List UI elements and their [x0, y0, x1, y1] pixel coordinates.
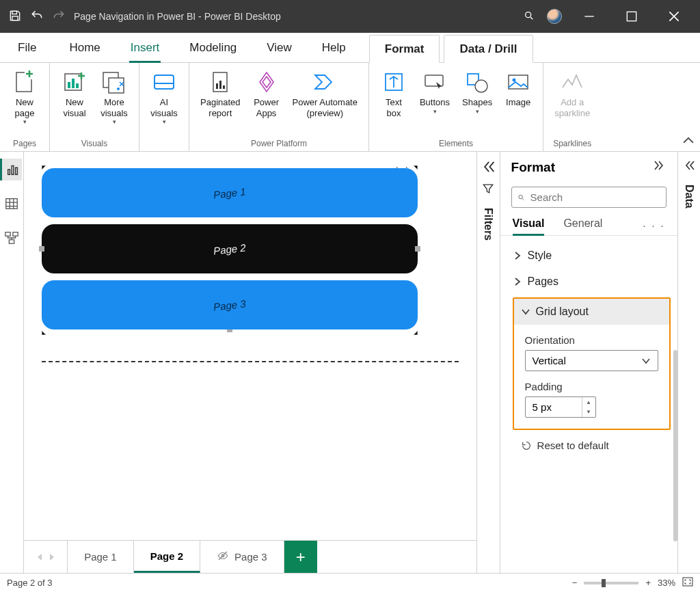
svg-rect-24	[8, 170, 10, 174]
add-page-button[interactable]: +	[284, 541, 317, 573]
svg-rect-7	[68, 82, 70, 88]
text-box-icon	[380, 68, 407, 96]
tab-help[interactable]: Help	[307, 33, 361, 62]
more-visuals-button[interactable]: More visuals▾	[96, 67, 132, 127]
new-page-icon	[11, 68, 38, 96]
image-icon	[504, 68, 532, 96]
expand-filters-button[interactable]	[480, 159, 496, 175]
svg-rect-3	[627, 12, 636, 21]
format-more-button[interactable]: · · ·	[643, 220, 664, 232]
tab-modeling[interactable]: Modeling	[174, 33, 252, 62]
model-view-button[interactable]	[1, 227, 23, 249]
text-box-button[interactable]: Text box	[376, 67, 412, 120]
zoom-slider[interactable]	[584, 582, 638, 584]
window-title: Page Navigation in Power BI - Power BI D…	[74, 11, 524, 22]
section-style[interactable]: Style	[510, 243, 676, 269]
report-view-button[interactable]	[0, 159, 22, 180]
resize-handle[interactable]	[39, 246, 44, 252]
svg-rect-28	[5, 232, 10, 237]
format-search[interactable]	[511, 187, 667, 208]
paginated-report-button[interactable]: Paginated report	[196, 67, 245, 120]
svg-rect-15	[216, 83, 218, 89]
maximize-button[interactable]	[617, 5, 647, 27]
power-apps-button[interactable]: Power Apps	[249, 67, 284, 120]
tab-insert[interactable]: Insert	[116, 33, 175, 62]
hidden-page-icon	[217, 550, 229, 564]
svg-rect-29	[13, 232, 18, 237]
fit-to-page-button[interactable]	[682, 577, 693, 589]
titlebar: Page Navigation in Power BI - Power BI D…	[0, 0, 700, 33]
tab-file[interactable]: File	[0, 33, 54, 62]
shapes-icon	[463, 68, 491, 96]
new-page-button[interactable]: New page▾	[7, 67, 42, 127]
svg-rect-0	[12, 11, 17, 14]
page-boundary	[42, 361, 459, 362]
format-search-input[interactable]	[530, 191, 660, 203]
page-indicator: Page 2 of 3	[7, 578, 53, 588]
paginated-report-icon	[206, 68, 234, 96]
page-nav-button-2[interactable]: Page 2	[42, 224, 418, 273]
report-canvas[interactable]: · · · Page 1 Page 2 Page 3	[24, 152, 476, 540]
filters-label: Filters	[482, 208, 494, 241]
page-tab-3[interactable]: Page 3	[200, 541, 284, 573]
shapes-button[interactable]: Shapes▾	[458, 67, 496, 116]
section-grid-layout[interactable]: Grid layout	[514, 299, 669, 325]
image-button[interactable]: Image	[500, 67, 536, 109]
reset-to-default-button[interactable]: Reset to default	[510, 433, 676, 458]
page-tab-2[interactable]: Page 2	[134, 541, 200, 573]
spin-up[interactable]: ▲	[582, 397, 595, 407]
page-tabs: Page 1 Page 2 Page 3 +	[24, 540, 476, 573]
svg-rect-16	[219, 81, 221, 89]
orientation-select[interactable]: Vertical	[525, 350, 658, 371]
close-button[interactable]	[659, 5, 689, 27]
chevron-right-icon	[513, 277, 522, 286]
collapse-format-button[interactable]	[653, 159, 667, 176]
page-nav-button-1[interactable]: Page 1	[42, 168, 418, 217]
svg-rect-25	[12, 166, 14, 175]
data-label: Data	[683, 185, 695, 208]
buttons-icon	[421, 68, 448, 96]
zoom-out-button[interactable]: −	[572, 578, 578, 588]
svg-rect-13	[154, 75, 174, 89]
tab-format[interactable]: Format	[369, 35, 440, 63]
page-tab-1[interactable]: Page 1	[68, 541, 134, 573]
tab-data-drill[interactable]: Data / Drill	[444, 35, 533, 63]
collapse-ribbon-button[interactable]	[681, 133, 696, 148]
search-icon[interactable]	[524, 10, 535, 23]
padding-spinner[interactable]: 5 px ▲ ▼	[525, 396, 596, 418]
zoom-in-button[interactable]: +	[645, 578, 651, 588]
format-pane-title: Format	[511, 160, 555, 175]
data-view-button[interactable]	[1, 193, 23, 215]
new-visual-button[interactable]: New visual	[57, 67, 92, 120]
expand-data-button[interactable]	[682, 159, 696, 175]
format-tab-visual[interactable]: Visual	[513, 217, 545, 235]
tab-view[interactable]: View	[252, 33, 307, 62]
user-avatar[interactable]	[547, 9, 562, 24]
format-tab-general[interactable]: General	[563, 217, 602, 235]
page-nav-button-3[interactable]: Page 3	[42, 280, 418, 329]
main-tabs: File Home Insert Modeling View Help Form…	[0, 33, 700, 63]
selected-visual[interactable]: · · · Page 1 Page 2 Page 3	[42, 164, 418, 334]
svg-rect-19	[425, 75, 443, 86]
save-icon[interactable]	[8, 9, 22, 25]
search-icon	[517, 192, 525, 203]
resize-handle[interactable]	[415, 246, 420, 252]
padding-label: Padding	[525, 381, 658, 392]
buttons-button[interactable]: Buttons▾	[416, 67, 454, 116]
page-tab-scroll[interactable]	[24, 541, 68, 573]
data-pane-collapsed: Data	[677, 152, 700, 573]
spin-down[interactable]: ▼	[582, 407, 595, 418]
ai-visuals-button[interactable]: AI visuals▾	[146, 67, 182, 127]
undo-icon[interactable]	[30, 9, 44, 25]
filters-pane-collapsed: Filters	[476, 152, 499, 573]
scrollbar[interactable]	[673, 350, 677, 541]
power-automate-button[interactable]: Power Automate (preview)	[288, 67, 362, 120]
ribbon: New page▾ Pages New visual More visuals▾…	[0, 63, 700, 152]
ai-visuals-icon	[150, 68, 178, 96]
tab-home[interactable]: Home	[54, 33, 115, 62]
format-pane: Format Visual General · · · Style Pages	[500, 152, 677, 573]
section-pages[interactable]: Pages	[510, 269, 676, 295]
minimize-button[interactable]	[574, 5, 604, 27]
canvas-area: · · · Page 1 Page 2 Page 3	[24, 152, 476, 573]
redo-icon[interactable]	[52, 9, 66, 25]
